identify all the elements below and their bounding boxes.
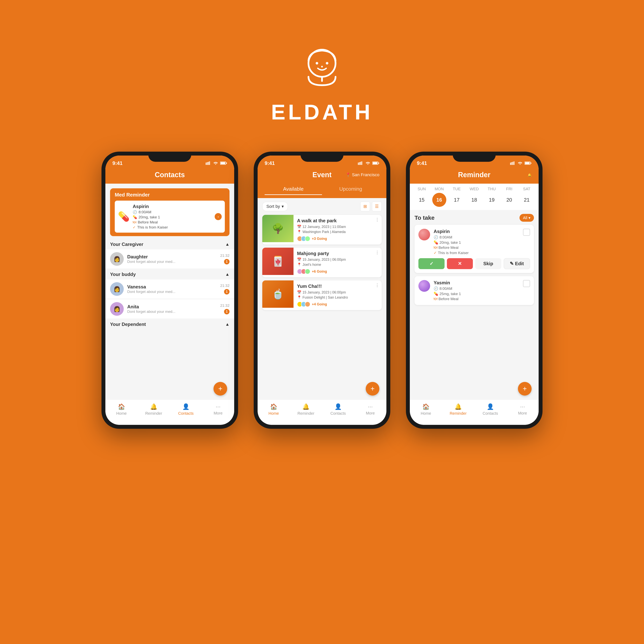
scroll-content-2: Sort by ▾ ⊞ ☰ 🌳 A walk at the park 📅 [258, 198, 386, 399]
bottom-nav-2: 🏠 Home 🔔 Reminder 👤 Contacts ··· More [258, 399, 386, 425]
nav-home-3[interactable]: 🏠 Home [414, 403, 438, 416]
event-more-yumcha[interactable]: ⋮ [375, 283, 379, 288]
fab-add-contact[interactable]: + [213, 382, 227, 396]
event-title-park: A walk at the park [297, 218, 379, 223]
event-date-park: 📅 12 January, 2023 | 11:00am [297, 225, 379, 229]
contact-daughter[interactable]: 👩 Daughter Dont forget about your med...… [105, 249, 234, 269]
tab-upcoming[interactable]: Upcoming [322, 184, 379, 195]
mini-avatar [305, 236, 310, 241]
nav-contacts-2[interactable]: 👤 Contacts [326, 403, 350, 416]
clock-icon-aspirin: 🕗 [434, 235, 438, 239]
avatars-mahjong [297, 269, 310, 274]
caregiver-arrow-icon[interactable]: ▲ [225, 242, 229, 247]
dependent-title: Your Dependent [110, 322, 146, 327]
cal-date-20[interactable]: 20 [502, 193, 516, 207]
list-view-btn[interactable]: ☰ [372, 202, 382, 211]
phones-container: 9:41 Contacts Med Reminder 💊 [101, 152, 543, 429]
header-title-3: Reminder [458, 171, 490, 179]
nav-home-label-2: Home [269, 411, 279, 416]
going-text-park: +3 Going [312, 237, 327, 241]
more-icon-1: ··· [216, 403, 221, 410]
nav-contacts-label-1: Contacts [178, 411, 194, 416]
contact-time-anita: 21:32 [220, 303, 229, 308]
yasmin-checkbox[interactable] [523, 280, 530, 287]
svg-rect-19 [373, 162, 377, 164]
yasmin-details: Yasmin 🕗 8:00AM 💊 25mg, take 1 [434, 280, 519, 301]
nav-more-3[interactable]: ··· More [511, 403, 534, 415]
bell-header-icon[interactable]: 🔔 [528, 173, 532, 177]
confirm-btn[interactable]: ✓ [418, 258, 445, 269]
logo-icon [297, 43, 347, 94]
nav-contacts-3[interactable]: 👤 Contacts [479, 403, 502, 416]
bottom-nav-3: 🏠 Home 🔔 Reminder 👤 Contacts ··· More [410, 399, 539, 425]
home-icon-3: 🏠 [422, 403, 430, 410]
dependent-arrow-icon[interactable]: ▲ [225, 322, 229, 327]
contact-vanessa[interactable]: 👩 Vanessa Dont forget about your med... … [105, 279, 234, 299]
aspirin-checkbox[interactable] [523, 229, 530, 236]
skip-btn[interactable]: Skip [475, 258, 501, 269]
pin-icon-mahjong: 📍 [297, 262, 301, 267]
nav-reminder-2[interactable]: 🔔 Reminder [294, 403, 318, 416]
decline-btn[interactable]: ✕ [447, 258, 473, 269]
med-details: Aspirin 🕗 8:00AM 💊 20mg, take 1 🍽 [133, 204, 212, 229]
nav-home-1[interactable]: 🏠 Home [110, 403, 133, 416]
event-date-yumcha: 📅 15 January, 2023 | 06:00pm [297, 290, 379, 294]
svg-rect-28 [531, 163, 531, 164]
cal-day-mon: MON [432, 187, 446, 191]
reminder-card-yasmin[interactable]: Yasmin 🕗 8:00AM 💊 25mg, take 1 [415, 276, 534, 305]
med-reminder-card[interactable]: Med Reminder 💊 Aspirin 🕗 8:00AM 💊 20mg [110, 188, 229, 236]
event-card-park[interactable]: 🌳 A walk at the park 📅 12 January, 2023 … [262, 215, 382, 245]
header-bar-3: Reminder 🔔 [410, 169, 539, 184]
aspirin-timing: 🍽 Before Meal [434, 246, 519, 250]
nav-home-label-3: Home [421, 411, 431, 416]
svg-point-25 [520, 164, 520, 165]
chevron-down-icon: ▾ [282, 204, 284, 209]
svg-rect-22 [511, 162, 512, 165]
cal-date-21[interactable]: 21 [520, 193, 534, 207]
nav-more-2[interactable]: ··· More [359, 403, 382, 415]
cal-date-18[interactable]: 18 [467, 193, 481, 207]
nav-reminder-1[interactable]: 🔔 Reminder [142, 403, 165, 416]
event-card-yumcha[interactable]: 🍵 Yum Cha!!! 📅 15 January, 2023 | 06:00p… [262, 280, 382, 310]
contact-sub-anita: Dont forget about your med... [127, 310, 217, 314]
cal-date-16[interactable]: 16 [432, 193, 446, 207]
nav-reminder-3[interactable]: 🔔 Reminder [447, 403, 470, 416]
fab-add-event[interactable]: + [366, 382, 379, 396]
event-card-mahjong[interactable]: 🀄 Mahjong party 📅 15 January, 2023 | 06:… [262, 248, 382, 277]
svg-rect-8 [209, 161, 210, 165]
reminder-card-aspirin[interactable]: Aspirin 🕗 8:00AM 💊 20mg, take 1 [415, 225, 534, 273]
pill-icon-yasmin: 💊 [434, 292, 438, 296]
tab-available[interactable]: Available [265, 184, 322, 195]
nav-contacts-1[interactable]: 👤 Contacts [174, 403, 198, 416]
mini-avatar [305, 302, 310, 307]
nav-more-1[interactable]: ··· More [206, 403, 230, 415]
nav-home-2[interactable]: 🏠 Home [262, 403, 286, 416]
contact-info-anita: Anita Dont forget about your med... [127, 304, 217, 314]
nav-contacts-label-2: Contacts [330, 411, 346, 416]
grid-view-btn[interactable]: ⊞ [360, 202, 370, 211]
svg-rect-23 [512, 162, 513, 165]
svg-point-2 [326, 62, 328, 65]
status-icons-2 [358, 161, 379, 165]
event-more-mahjong[interactable]: ⋮ [375, 250, 379, 255]
buddy-arrow-icon[interactable]: ▲ [225, 272, 229, 277]
calendar-icon-yumcha: 📅 [297, 290, 301, 294]
sort-by-btn[interactable]: Sort by ▾ [262, 202, 288, 211]
brand-name: ELDATH [271, 100, 373, 124]
calendar-icon-park: 📅 [297, 225, 301, 229]
yasmin-timing: 🍽 Before Meal [434, 297, 519, 301]
cal-date-19[interactable]: 19 [485, 193, 499, 207]
contact-anita[interactable]: 👩 Anita Dont forget about your med... 21… [105, 299, 234, 318]
edit-btn[interactable]: ✎ Edit [504, 258, 530, 269]
cal-date-15[interactable]: 15 [415, 193, 429, 207]
cal-date-17[interactable]: 17 [450, 193, 464, 207]
event-img-park: 🌳 [262, 215, 294, 242]
all-dropdown-btn[interactable]: All ▾ [519, 214, 534, 222]
svg-rect-6 [207, 162, 208, 165]
aspirin-note: ✓ This is from Kaiser [434, 251, 519, 255]
med-arrow-btn[interactable]: › [215, 213, 222, 220]
event-more-park[interactable]: ⋮ [375, 217, 379, 222]
contact-badge-vanessa: 1 [224, 289, 229, 294]
fab-add-reminder[interactable]: + [518, 382, 532, 396]
scroll-content-3: SUN MON TUE WED THU FRI SAT 15 16 17 18 … [410, 184, 539, 399]
